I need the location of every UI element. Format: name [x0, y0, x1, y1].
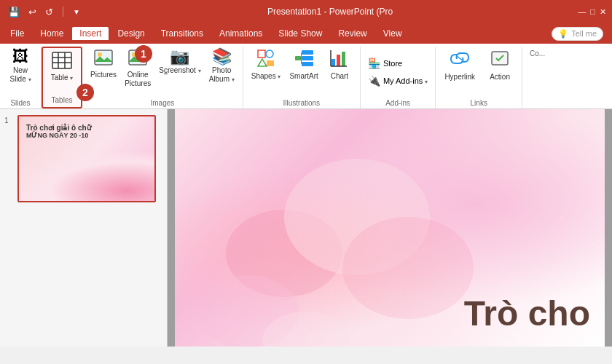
- new-slide-label: NewSlide ▾: [9, 66, 31, 84]
- close-button[interactable]: ✕: [600, 7, 606, 17]
- screenshot-button[interactable]: 📷 Screenshot ▾: [155, 47, 204, 77]
- menu-transitions[interactable]: Transitions: [154, 27, 211, 40]
- shapes-label: Shapes ▾: [251, 72, 281, 81]
- canvas-area: Trò cho: [168, 109, 612, 347]
- my-add-ins-button[interactable]: 🔌 My Add-ins ▾: [365, 74, 431, 88]
- menu-view[interactable]: View: [376, 27, 409, 40]
- canvas-main-text: Trò cho: [464, 293, 590, 333]
- svg-rect-22: [332, 59, 335, 66]
- chart-icon: [330, 49, 349, 71]
- window-title: Presentation1 - PowerPoint (Pro: [82, 7, 578, 17]
- minimize-button[interactable]: —: [578, 7, 586, 16]
- photo-album-icon: 📚: [212, 49, 232, 65]
- hyperlink-icon: [450, 49, 470, 73]
- hyperlink-label: Hyperlink: [444, 73, 475, 81]
- quick-access-toolbar: 💾 ↩ ↺ ▼: [6, 5, 82, 19]
- svg-rect-5: [95, 50, 112, 65]
- menu-slideshow[interactable]: Slide Show: [271, 27, 329, 40]
- svg-line-21: [301, 58, 302, 64]
- svg-rect-14: [267, 60, 274, 66]
- pictures-icon: [94, 49, 113, 69]
- store-button[interactable]: 🏪 Store: [365, 56, 405, 71]
- ribbon-group-slides: 🖼 NewSlide ▾ Slides: [0, 47, 42, 108]
- redo-icon[interactable]: ↺: [43, 5, 55, 19]
- ribbon-group-addins: 🏪 Store 🔌 My Add-ins ▾ Add-ins: [361, 47, 436, 108]
- new-slide-button[interactable]: 🖼 NewSlide ▾: [4, 47, 36, 86]
- photo-album-label: PhotoAlbum ▾: [209, 66, 235, 84]
- menu-review[interactable]: Review: [331, 27, 374, 40]
- add-ins-icon: 🔌: [368, 75, 380, 87]
- hyperlink-button[interactable]: Hyperlink: [440, 47, 479, 83]
- ribbon-group-illustrations: Shapes ▾ SmartArt Chart Illustrations: [243, 47, 361, 108]
- slide-number-1: 1: [4, 115, 13, 124]
- slide-thumbnail-1[interactable]: Trò chơi giải ô chữ MỪNG NGÀY 20 -10: [17, 115, 156, 202]
- svg-rect-16: [302, 50, 313, 55]
- menu-insert[interactable]: Insert: [72, 27, 109, 40]
- pictures-button[interactable]: Pictures: [87, 47, 120, 82]
- action-button[interactable]: Action: [482, 47, 517, 83]
- smartart-icon: [294, 49, 313, 71]
- ribbon-group-tables: Table ▾ Tables: [42, 47, 82, 108]
- ribbon-group-comments: Co...: [522, 47, 552, 108]
- smartart-button[interactable]: SmartArt: [286, 47, 321, 83]
- tell-me-box[interactable]: 💡 Tell me: [552, 27, 603, 41]
- svg-rect-11: [258, 50, 265, 58]
- screenshot-icon: 📷: [170, 49, 189, 65]
- svg-rect-23: [337, 55, 340, 66]
- pictures-label: Pictures: [90, 71, 117, 79]
- more-label: Co...: [527, 47, 548, 60]
- slides-panel: 1 Trò chơi giải ô chữ MỪNG NGÀY 20 -10: [0, 109, 168, 347]
- menu-bar: File Home Insert Design Transitions Anim…: [0, 23, 612, 44]
- online-pictures-label: OnlinePictures: [125, 71, 151, 88]
- ribbon-group-images: Pictures 🌐 OnlinePictures 📷 Screenshot ▾…: [82, 47, 243, 108]
- new-slide-icon: 🖼: [12, 49, 28, 65]
- photo-album-button[interactable]: 📚 PhotoAlbum ▾: [205, 47, 238, 86]
- menu-animations[interactable]: Animations: [212, 27, 270, 40]
- slide-thumb-bg: [19, 150, 154, 201]
- separator: [63, 7, 63, 17]
- maximize-button[interactable]: □: [590, 7, 595, 16]
- images-group-label: Images: [150, 98, 174, 108]
- menu-design[interactable]: Design: [110, 27, 152, 40]
- ribbon: 🖼 NewSlide ▾ Slides: [0, 44, 612, 109]
- svg-rect-15: [295, 56, 301, 60]
- shapes-button[interactable]: Shapes ▾: [248, 47, 285, 83]
- smartart-label: SmartArt: [289, 72, 318, 81]
- save-icon[interactable]: 💾: [6, 5, 22, 19]
- svg-rect-18: [302, 62, 313, 66]
- tell-me-label: Tell me: [571, 29, 597, 38]
- slide-thumb-title: Trò chơi giải ô chữ MỪNG NGÀY 20 -10: [26, 124, 91, 139]
- table-button[interactable]: Table ▾: [46, 50, 78, 84]
- shapes-icon: [256, 49, 275, 71]
- main-area: 1 Trò chơi giải ô chữ MỪNG NGÀY 20 -10: [0, 109, 612, 347]
- svg-point-6: [98, 52, 102, 57]
- window-controls: — □ ✕: [578, 7, 606, 17]
- table-icon: [52, 52, 72, 72]
- customize-qat-icon[interactable]: ▼: [71, 7, 82, 17]
- action-label: Action: [490, 73, 510, 81]
- svg-point-12: [266, 50, 273, 58]
- ribbon-group-links: Hyperlink Action Links: [436, 47, 522, 108]
- menu-home[interactable]: Home: [33, 27, 71, 40]
- svg-rect-0: [52, 52, 71, 68]
- slide-canvas: Trò cho: [175, 109, 605, 347]
- undo-icon[interactable]: ↩: [26, 5, 39, 19]
- chart-button[interactable]: Chart: [323, 47, 356, 83]
- svg-line-27: [457, 56, 463, 60]
- action-icon: [490, 49, 509, 73]
- annotation-number-1: 1: [135, 45, 152, 63]
- title-bar: 💾 ↩ ↺ ▼ Presentation1 - PowerPoint (Pro …: [0, 0, 612, 23]
- svg-rect-17: [302, 56, 313, 60]
- menu-file[interactable]: File: [3, 27, 31, 40]
- add-ins-group-label: Add-ins: [385, 98, 410, 108]
- annotation-number-2: 2: [76, 84, 94, 101]
- svg-line-19: [301, 52, 302, 58]
- slides-group-label: Slides: [10, 98, 30, 108]
- links-group-label: Links: [471, 98, 487, 108]
- store-label: Store: [383, 59, 402, 68]
- svg-point-32: [342, 217, 474, 319]
- tables-group-label: Tables: [52, 95, 73, 106]
- svg-rect-24: [342, 52, 345, 66]
- table-label: Table ▾: [51, 74, 74, 82]
- chart-label: Chart: [331, 72, 348, 81]
